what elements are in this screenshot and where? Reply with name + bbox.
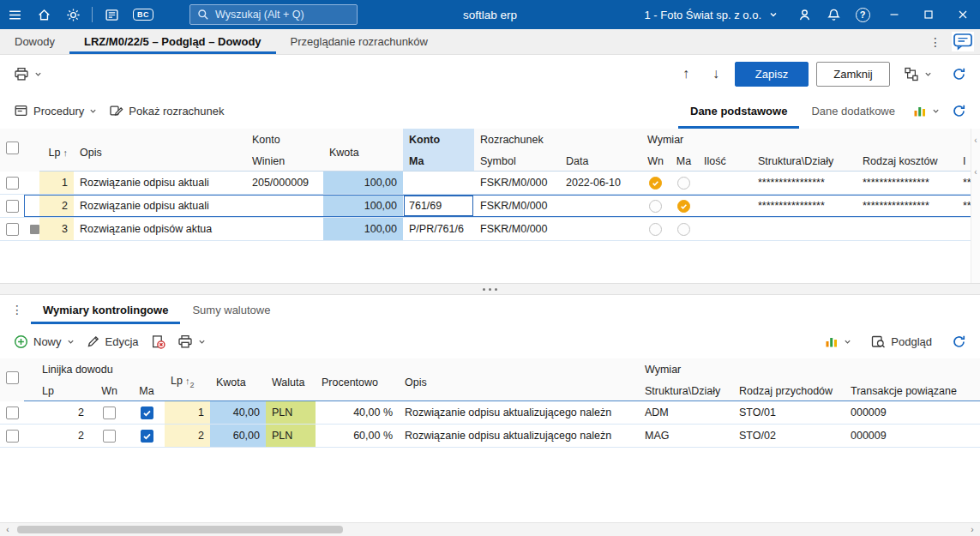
column-header-kwota[interactable]: Kwota — [210, 358, 266, 401]
close-button[interactable] — [946, 0, 980, 29]
column-header-winien[interactable]: Winien — [246, 151, 323, 172]
column-header-struktura[interactable]: Struktura\Działy — [752, 151, 857, 172]
row-checkbox[interactable] — [6, 407, 19, 419]
refresh-grid-button[interactable] — [946, 99, 972, 123]
column-header-data[interactable]: Data — [560, 151, 641, 172]
group-header-wymiar[interactable]: Wymiar — [641, 129, 980, 151]
column-header-kwota[interactable]: Kwota — [323, 129, 403, 172]
scroll-right-button[interactable]: › — [965, 525, 980, 534]
column-header-linijka-lp[interactable]: Lp — [36, 381, 90, 401]
home-button[interactable] — [29, 0, 58, 29]
column-header-waluta[interactable]: Waluta — [266, 358, 316, 401]
column-header-wn[interactable]: Wn — [641, 151, 670, 172]
panel-splitter[interactable] — [0, 283, 980, 295]
tab-wymiary-kontrolingowe[interactable]: Wymiary kontrolingowe — [31, 295, 180, 324]
notifications-button[interactable] — [819, 0, 848, 29]
wn-radio[interactable] — [649, 200, 662, 213]
row-checkbox[interactable] — [6, 430, 19, 443]
scrollbar-thumb[interactable] — [17, 526, 343, 533]
new-button[interactable]: Nowy — [8, 329, 81, 354]
chevron-left-icon[interactable]: ‹ — [974, 167, 977, 177]
close-document-button[interactable]: Zamknij — [816, 62, 890, 87]
help-button[interactable]: ? — [848, 0, 877, 29]
print-lower-button[interactable] — [171, 329, 212, 354]
wn-radio[interactable] — [649, 223, 662, 236]
procedures-button[interactable]: Procedury — [8, 99, 103, 123]
row-checkbox[interactable] — [6, 177, 19, 190]
move-down-button[interactable]: ↓ — [705, 64, 727, 83]
select-all-checkbox[interactable] — [6, 142, 19, 154]
group-header-konto-ma[interactable]: Konto — [403, 129, 474, 151]
wn-checkbox[interactable] — [103, 430, 116, 443]
menu-button[interactable] — [0, 0, 29, 29]
search-input[interactable]: Wyszukaj (Alt + Q) — [189, 4, 358, 25]
column-header-ma[interactable]: Ma — [403, 151, 474, 172]
tab-dane-dodatkowe[interactable]: Dane dodatkowe — [799, 93, 907, 129]
column-header-rodzaj-kosztow[interactable]: Rodzaj kosztów — [857, 151, 957, 172]
table-row[interactable]: 2 1 40,00 PLN 40,00 % Rozwiązanie odpisu… — [0, 401, 980, 425]
tab-przegladanie-rozrachunkow[interactable]: Przeglądanie rozrachunków — [276, 29, 442, 54]
workflow-button[interactable] — [898, 62, 938, 87]
tab-lrz-podglad[interactable]: LRZ/M0/22/5 – Podgląd – Dowody — [69, 29, 276, 54]
print-button[interactable] — [8, 62, 48, 87]
preview-button[interactable]: Podgląd — [865, 329, 938, 354]
refresh-button[interactable] — [946, 62, 972, 87]
column-header-lp[interactable]: Lp↑2 — [165, 358, 210, 401]
save-button[interactable]: Zapisz — [735, 62, 809, 87]
user-button[interactable] — [790, 0, 819, 29]
delete-button[interactable] — [145, 329, 171, 354]
show-settlement-button[interactable]: Pokaż rozrachunek — [103, 99, 230, 123]
tab-dowody[interactable]: Dowody — [0, 29, 69, 54]
chart-view-button[interactable] — [907, 99, 946, 123]
scroll-left-button[interactable]: ‹ — [0, 525, 15, 534]
column-header-ilosc[interactable]: Ilość — [698, 151, 752, 172]
column-header-lp[interactable]: Lp↑ — [39, 129, 74, 172]
column-header-procentowo[interactable]: Procentowo — [316, 358, 399, 401]
horizontal-scrollbar[interactable]: ‹ › — [0, 522, 980, 536]
column-header-wn[interactable]: Wn — [90, 381, 129, 401]
wn-checkbox[interactable] — [103, 407, 116, 419]
edit-button[interactable]: Edycja — [81, 329, 145, 353]
column-scroll-strip[interactable]: ‹ ‹ — [971, 129, 980, 283]
ma-radio[interactable] — [677, 177, 690, 190]
minimize-button[interactable] — [877, 0, 911, 29]
bc-button[interactable]: BC — [126, 0, 160, 29]
maximize-button[interactable] — [911, 0, 946, 29]
table-row[interactable]: 1 Rozwiązanie odpisu aktuali 205/000009 … — [0, 172, 980, 195]
tab-dane-podstawowe[interactable]: Dane podstawowe — [678, 93, 799, 129]
column-header-symbol[interactable]: Symbol — [474, 151, 560, 172]
group-header-wymiar[interactable]: Wymiar — [639, 358, 980, 381]
konto-ma-editor[interactable]: 761/69 — [404, 196, 473, 216]
journal-button[interactable] — [97, 0, 126, 29]
tab-sumy-walutowe[interactable]: Sumy walutowe — [180, 295, 282, 324]
company-selector[interactable]: 1 - Foto Świat sp. z o.o. — [632, 0, 790, 29]
row-checkbox[interactable] — [6, 200, 19, 213]
table-row[interactable]: 3 Rozwiązanie odpisów aktua 100,00 P/PR/… — [0, 218, 980, 241]
column-header-ma2[interactable]: Ma — [670, 151, 698, 172]
chevron-left-icon[interactable]: ‹ — [974, 136, 977, 145]
chart-view-lower-button[interactable] — [819, 329, 857, 353]
wn-radio[interactable] — [649, 177, 662, 190]
column-header-rodzaj-przychodow[interactable]: Rodzaj przychodów — [733, 381, 845, 401]
group-header-rozrachunek[interactable]: Rozrachunek — [474, 129, 641, 151]
column-header-opis[interactable]: Opis — [74, 129, 246, 172]
drag-handle-icon[interactable]: ⋮ — [3, 303, 31, 316]
column-header-ma[interactable]: Ma — [129, 381, 165, 401]
table-row-selected[interactable]: 2 Rozwiązanie odpisu aktuali 100,00 761/… — [0, 195, 980, 218]
table-row[interactable]: 2 2 60,00 PLN 60,00 % Rozwiązanie odpisu… — [0, 425, 980, 448]
column-header-transakcje[interactable]: Transakcje powiązane — [845, 381, 980, 401]
select-all-checkbox[interactable] — [6, 371, 19, 384]
refresh-lower-button[interactable] — [946, 329, 972, 354]
settings-button[interactable] — [58, 0, 87, 29]
group-header-linijka-dowodu[interactable]: Linijka dowodu — [36, 358, 165, 381]
row-checkbox[interactable] — [6, 223, 19, 236]
tab-overflow-button[interactable]: ⋮ — [924, 33, 947, 51]
ma-radio[interactable] — [677, 223, 690, 236]
move-up-button[interactable]: ↑ — [675, 64, 697, 83]
ma-radio[interactable] — [677, 200, 690, 213]
ma-checkbox[interactable] — [141, 407, 153, 419]
feedback-button[interactable] — [952, 32, 974, 51]
ma-checkbox[interactable] — [141, 430, 153, 443]
column-header-opis[interactable]: Opis — [399, 358, 639, 401]
group-header-konto-winien[interactable]: Konto — [246, 129, 323, 151]
